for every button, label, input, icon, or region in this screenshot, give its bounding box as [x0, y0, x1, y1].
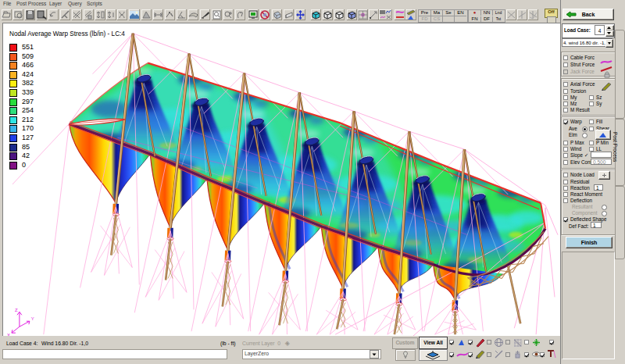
svg-text:Y: Y: [31, 316, 34, 321]
svg-text:Z: Z: [15, 308, 18, 312]
